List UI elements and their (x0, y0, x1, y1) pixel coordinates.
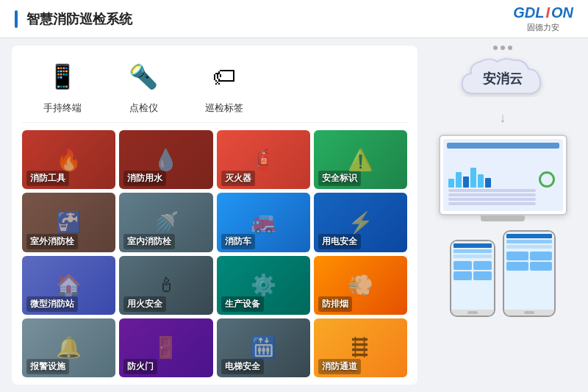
grid-item-fire-tools[interactable]: 🔥 消防工具 (22, 130, 115, 189)
extinguisher-icon: 🧯 (217, 130, 310, 189)
grid-item-elevator[interactable]: 🛗 电梯安全 (217, 318, 310, 377)
smoke-icon: 💨 (314, 256, 407, 315)
electrical-safety-icon: ⚡ (314, 193, 407, 252)
phone-right-cell-4 (530, 262, 552, 271)
handheld-icon: 📱 (39, 56, 86, 97)
logo-area: GDLION 固德力安 (513, 4, 573, 33)
device-handheld: 📱 手持终端 (22, 56, 103, 115)
page-title: 智慧消防巡检系统 (26, 10, 132, 28)
safety-sign-icon: ⚠️ (314, 130, 407, 189)
monitor-row-3 (448, 198, 536, 201)
fire-water-icon: 💧 (119, 130, 212, 189)
header-accent-bar (15, 10, 18, 28)
phone-left-content (453, 249, 492, 307)
phone-left-home (451, 310, 494, 316)
grid-item-extinguisher[interactable]: 🧯 灭火器 (217, 130, 310, 189)
bar-chart (448, 165, 536, 188)
phone-right-topbar (506, 234, 552, 238)
bar-6 (485, 178, 491, 188)
monitor-section (439, 135, 567, 221)
cloud-label: 安消云 (483, 70, 523, 88)
bar-1 (448, 179, 454, 188)
phone-right (503, 230, 556, 317)
phone-right-grid (506, 252, 552, 271)
phone-grid-cell-1 (453, 261, 472, 270)
phone-right-cell-3 (506, 262, 528, 271)
phone-right-screen (504, 232, 554, 310)
monitor-row-4 (448, 202, 536, 205)
fire-passage-icon: 🛤 (314, 318, 407, 377)
fire-tools-icon: 🔥 (22, 130, 115, 189)
bar-4 (470, 168, 476, 188)
grid-item-fire-door[interactable]: 🚪 防火门 (119, 318, 212, 377)
logo-lion-text: I (545, 4, 550, 21)
device-detector: 🔦 点检仪 (103, 56, 184, 115)
monitor-topbar (447, 143, 559, 149)
left-panel: 📱 手持终端 🔦 点检仪 🏷 巡检标签 🔥 消防工具 💧 (12, 46, 417, 385)
phone-home-button (467, 311, 478, 314)
monitor-row-1 (448, 189, 536, 192)
fire-truck-icon: 🚒 (217, 193, 310, 252)
alarm-icon: 🔔 (22, 318, 115, 377)
detector-label: 点检仪 (129, 101, 158, 115)
elevator-icon: 🛗 (217, 318, 310, 377)
monitor-row-2 (448, 193, 536, 196)
phone-row-1 (453, 249, 492, 253)
phone-grid-cell-2 (473, 261, 492, 270)
phone-left-screen (451, 241, 494, 310)
cloud-section: 安消云 (455, 46, 551, 104)
handheld-label: 手持终端 (43, 101, 82, 115)
fire-safety-icon: 🕯 (119, 256, 212, 315)
phone-left-topbar (453, 243, 492, 248)
header-left: 智慧消防巡检系统 (15, 10, 132, 28)
equipment-icon: ⚙️ (217, 256, 310, 315)
grid-item-equipment[interactable]: ⚙️ 生产设备 (217, 256, 310, 315)
tag-icon: 🏷 (201, 56, 248, 97)
phone-left (450, 240, 495, 317)
monitor-display (439, 135, 567, 215)
grid-item-smoke[interactable]: 💨 防排烟 (314, 256, 407, 315)
grid-item-fire-passage[interactable]: 🛤 消防通道 (314, 318, 407, 377)
grid-item-fire-safety[interactable]: 🕯 用火安全 (119, 256, 212, 315)
logo-gd-text: GDL (513, 4, 544, 21)
grid-item-electrical-safety[interactable]: ⚡ 用电安全 (314, 193, 407, 252)
main-content: 📱 手持终端 🔦 点检仪 🏷 巡检标签 🔥 消防工具 💧 (0, 38, 588, 392)
grid-item-outdoor-hydrant[interactable]: 🚰 室外消防栓 (22, 193, 115, 252)
phone-row-2 (453, 254, 492, 258)
grid-item-alarm[interactable]: 🔔 报警设施 (22, 318, 115, 377)
monitor-rows (448, 189, 536, 205)
detector-icon: 🔦 (120, 56, 167, 97)
connector-dots (493, 46, 512, 50)
indoor-hydrant-icon: 🚿 (119, 193, 212, 252)
phones-row (450, 230, 556, 317)
phone-right-content (506, 240, 552, 307)
phone-grid-cell-3 (453, 271, 472, 280)
grid-item-fire-truck[interactable]: 🚒 消防车 (217, 193, 310, 252)
dot-2 (501, 46, 505, 50)
monitor-inner (443, 139, 563, 211)
monitor-left (448, 165, 536, 205)
monitor-chart-area (447, 151, 559, 207)
grid-item-fire-water[interactable]: 💧 消防用水 (119, 130, 212, 189)
phone-right-row-2 (506, 245, 552, 249)
phone-right-row-1 (506, 240, 552, 243)
logo-on-text: ON (551, 4, 573, 21)
tag-label: 巡检标签 (205, 101, 243, 115)
phone-right-cell-2 (530, 252, 552, 260)
category-grid: 🔥 消防工具 💧 消防用水 🧯 灭火器 ⚠️ 安全 (22, 130, 407, 377)
header: 智慧消防巡检系统 GDLION 固德力安 (0, 0, 588, 38)
monitor-status-circle (539, 171, 555, 188)
devices-row: 📱 手持终端 🔦 点检仪 🏷 巡检标签 (22, 56, 407, 123)
logo-icon: GDLION (513, 4, 573, 21)
mini-station-icon: 🏠 (22, 256, 115, 315)
grid-item-mini-station[interactable]: 🏠 微型消防站 (22, 256, 115, 315)
grid-item-safety-sign[interactable]: ⚠️ 安全标识 (314, 130, 407, 189)
grid-item-indoor-hydrant[interactable]: 🚿 室内消防栓 (119, 193, 212, 252)
phone-grid-cell-4 (473, 271, 492, 280)
right-panel: 安消云 ↓ (429, 46, 576, 385)
device-tag: 🏷 巡检标签 (184, 56, 265, 115)
phone-right-home-button (524, 311, 534, 314)
monitor-stand (481, 215, 525, 221)
phone-right-cell-1 (506, 252, 528, 260)
dot-1 (493, 46, 498, 50)
